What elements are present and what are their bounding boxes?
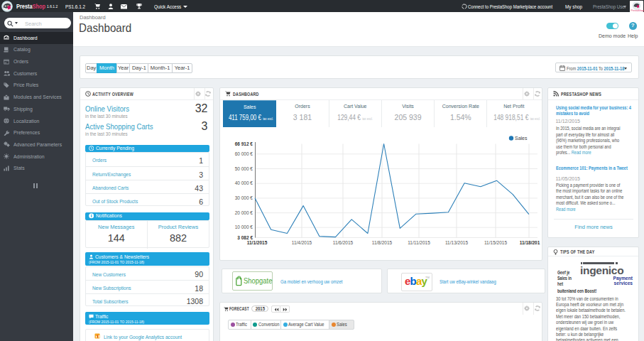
svg-text:40 000 €: 40 000 € bbox=[235, 180, 253, 185]
svg-text:11/1/2015: 11/1/2015 bbox=[247, 240, 268, 245]
svg-text:50 000 €: 50 000 € bbox=[235, 166, 253, 170]
svg-text:11/6/2015: 11/6/2015 bbox=[333, 240, 354, 245]
svg-text:Sales: Sales bbox=[515, 136, 528, 141]
svg-text:3 082 €: 3 082 € bbox=[237, 234, 253, 239]
svg-text:11/11/2015: 11/11/2015 bbox=[408, 240, 430, 245]
svg-text:11/18/201: 11/18/201 bbox=[520, 240, 540, 245]
svg-text:11/13/2015: 11/13/2015 bbox=[445, 240, 468, 245]
svg-text:30 000 €: 30 000 € bbox=[235, 195, 253, 200]
svg-text:11/8/2015: 11/8/2015 bbox=[372, 240, 393, 245]
svg-text:10 000 €: 10 000 € bbox=[235, 224, 253, 229]
svg-text:60 000 €: 60 000 € bbox=[235, 151, 253, 156]
svg-text:66 912 €: 66 912 € bbox=[235, 141, 253, 146]
svg-text:11/15/2015: 11/15/2015 bbox=[484, 240, 507, 245]
svg-text:11/4/2015: 11/4/2015 bbox=[292, 240, 312, 245]
svg-text:20 000 €: 20 000 € bbox=[235, 210, 253, 215]
